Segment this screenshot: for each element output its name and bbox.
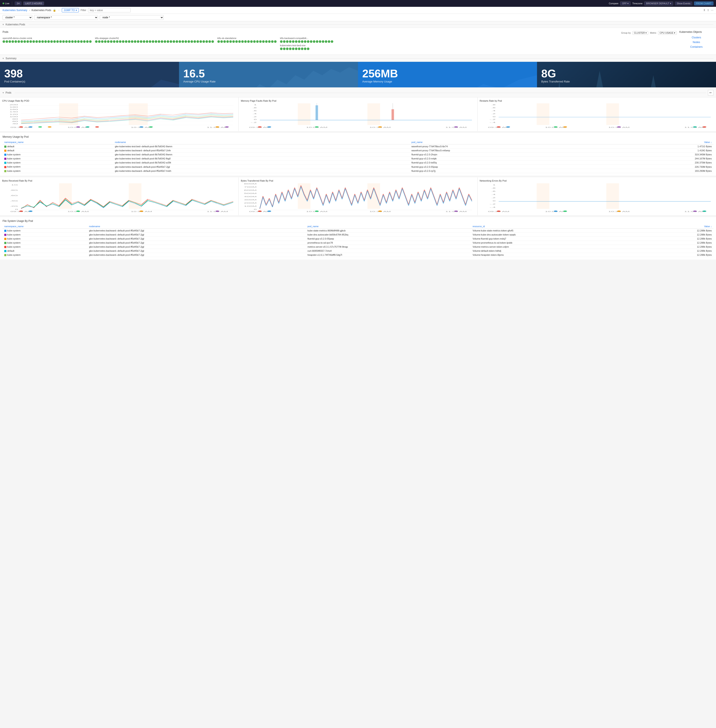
pod-dot[interactable] xyxy=(35,40,38,43)
col-namespace[interactable]: namespace_name xyxy=(3,140,113,144)
fs-col-nodename[interactable]: nodename xyxy=(87,224,306,229)
pod-dot[interactable] xyxy=(304,40,306,43)
pod-dot[interactable] xyxy=(292,40,294,43)
pod-dot[interactable] xyxy=(170,40,172,43)
pod-dot[interactable] xyxy=(241,40,244,43)
pod-dot[interactable] xyxy=(304,47,306,50)
pod-dot[interactable] xyxy=(149,40,151,43)
col-nodename[interactable]: nodename xyxy=(113,140,410,144)
pod-dot[interactable] xyxy=(29,40,32,43)
pod-dot[interactable] xyxy=(6,40,8,43)
pod-dot[interactable] xyxy=(182,40,184,43)
pod-dot[interactable] xyxy=(220,40,223,43)
node-filter[interactable]: node * xyxy=(100,15,164,20)
filter-input[interactable] xyxy=(88,8,130,12)
pod-dot[interactable] xyxy=(41,40,44,43)
pod-dot[interactable] xyxy=(262,40,265,43)
pods-section-header[interactable]: ▾ Kubernetes Pods xyxy=(0,21,716,28)
pod-dot[interactable] xyxy=(280,40,282,43)
namespace-filter[interactable]: namespace * xyxy=(34,15,98,20)
pod-dot[interactable] xyxy=(289,47,291,50)
pod-dot[interactable] xyxy=(110,40,112,43)
pod-dot[interactable] xyxy=(65,40,68,43)
pod-dot[interactable] xyxy=(134,40,137,43)
more-icon[interactable]: ⋯ xyxy=(711,9,713,12)
pod-dot[interactable] xyxy=(143,40,145,43)
pod-dot[interactable] xyxy=(188,40,190,43)
pod-dot[interactable] xyxy=(179,40,181,43)
pod-dot[interactable] xyxy=(185,40,187,43)
pod-dot[interactable] xyxy=(80,40,83,43)
pod-dot[interactable] xyxy=(194,40,196,43)
pod-dot[interactable] xyxy=(286,40,288,43)
pod-dot[interactable] xyxy=(12,40,14,43)
pod-dot[interactable] xyxy=(301,40,303,43)
pod-dot[interactable] xyxy=(128,40,130,43)
fs-col-resource[interactable]: resource_id xyxy=(471,224,645,229)
metric-dropdown[interactable]: CPU USAGE ▾ xyxy=(658,31,677,35)
pod-dot[interactable] xyxy=(101,40,103,43)
pod-dot[interactable] xyxy=(211,40,214,43)
timezone-dropdown[interactable]: BROWSER DEFAULT ▾ xyxy=(644,2,673,6)
pod-dot[interactable] xyxy=(32,40,35,43)
col-value[interactable]: Value ↓ xyxy=(614,140,713,144)
pod-dot[interactable] xyxy=(191,40,193,43)
last-2h-button[interactable]: LAST 2 HOURS xyxy=(23,2,44,5)
pod-dot[interactable] xyxy=(259,40,262,43)
pod-dot[interactable] xyxy=(155,40,157,43)
pod-dot[interactable] xyxy=(250,40,253,43)
pod-dot[interactable] xyxy=(208,40,211,43)
compare-dropdown[interactable]: OFF ▾ xyxy=(620,2,631,6)
pod-dot[interactable] xyxy=(202,40,205,43)
pod-dot[interactable] xyxy=(158,40,160,43)
pod-dot[interactable] xyxy=(226,40,229,43)
fs-col-value[interactable]: Value ↓ xyxy=(645,224,713,229)
pod-dot[interactable] xyxy=(137,40,140,43)
pod-dot[interactable] xyxy=(253,40,256,43)
pod-dot[interactable] xyxy=(53,40,56,43)
pod-dot[interactable] xyxy=(265,40,268,43)
pod-dot[interactable] xyxy=(107,40,109,43)
pods-sub-section-header[interactable]: ▾ Pods ✏ xyxy=(0,88,716,97)
star-icon[interactable]: ☆ xyxy=(58,9,60,12)
pod-dot[interactable] xyxy=(286,47,288,50)
pod-dot[interactable] xyxy=(98,40,100,43)
pod-dot[interactable] xyxy=(83,40,86,43)
pod-dot[interactable] xyxy=(310,40,312,43)
pod-dot[interactable] xyxy=(289,40,291,43)
from-chart-button[interactable]: FROM CHART xyxy=(694,2,713,5)
pod-dot[interactable] xyxy=(196,40,199,43)
nodes-link[interactable]: Nodes xyxy=(680,40,713,44)
breadcrumb-parent[interactable]: Kubernetes Summary xyxy=(3,9,27,12)
show-events-button[interactable]: Show Events xyxy=(675,2,692,5)
pod-dot[interactable] xyxy=(95,40,98,43)
pod-dot[interactable] xyxy=(89,40,92,43)
pod-dot[interactable] xyxy=(298,47,300,50)
pod-dot[interactable] xyxy=(167,40,169,43)
pod-dot[interactable] xyxy=(319,40,322,43)
pod-dot[interactable] xyxy=(307,40,309,43)
pod-dot[interactable] xyxy=(62,40,65,43)
edit-panel-icon[interactable]: ✏ xyxy=(708,90,713,96)
pod-dot[interactable] xyxy=(274,40,277,43)
pod-dot[interactable] xyxy=(146,40,148,43)
pod-dot[interactable] xyxy=(23,40,26,43)
fs-col-podname[interactable]: pod_name xyxy=(306,224,471,229)
pod-dot[interactable] xyxy=(164,40,166,43)
pod-dot[interactable] xyxy=(56,40,59,43)
pod-dot[interactable] xyxy=(176,40,178,43)
pod-dot[interactable] xyxy=(140,40,143,43)
clusters-link[interactable]: Clusters xyxy=(680,35,713,40)
pod-dot[interactable] xyxy=(295,47,297,50)
pod-dot[interactable] xyxy=(152,40,154,43)
pod-dot[interactable] xyxy=(77,40,80,43)
pod-dot[interactable] xyxy=(325,40,327,43)
pod-dot[interactable] xyxy=(15,40,17,43)
pod-dot[interactable] xyxy=(3,40,5,43)
pod-dot[interactable] xyxy=(50,40,53,43)
pod-dot[interactable] xyxy=(331,40,333,43)
pod-dot[interactable] xyxy=(26,40,29,43)
pod-dot[interactable] xyxy=(283,47,285,50)
pod-dot[interactable] xyxy=(116,40,118,43)
pod-dot[interactable] xyxy=(292,47,294,50)
